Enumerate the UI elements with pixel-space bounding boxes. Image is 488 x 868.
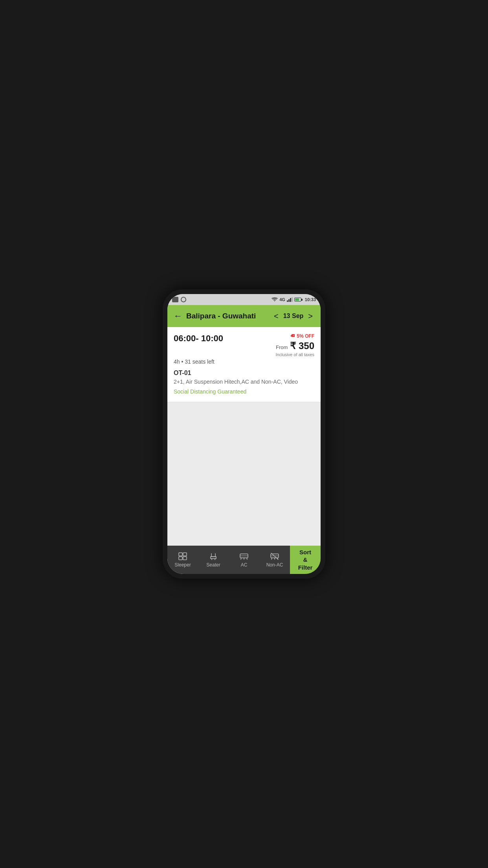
circle-icon — [181, 297, 186, 302]
toolbar-right: < 13 Sep > — [272, 310, 314, 322]
discount-tag-icon — [290, 333, 295, 339]
seater-label: Seater — [206, 562, 220, 568]
time-range: 06:00- 10:00 — [174, 333, 223, 344]
network-label: 4G — [279, 297, 285, 302]
prev-date-button[interactable]: < — [272, 310, 280, 322]
status-left-icons — [172, 297, 186, 302]
price-amount: ₹ 350 — [290, 340, 314, 351]
bus-card[interactable]: 06:00- 10:00 5% OFF From ₹ 35 — [167, 327, 321, 402]
svg-line-12 — [272, 558, 272, 559]
social-distancing-label: Social Distancing Guaranteed — [174, 388, 314, 395]
seater-tab[interactable]: Seater — [198, 546, 229, 574]
ac-icon — [238, 552, 250, 561]
sort-filter-button[interactable]: Sort&Filter — [290, 546, 321, 574]
clock-time: 10:33 — [305, 297, 316, 302]
ac-label: AC — [241, 562, 248, 568]
non-ac-label: Non-AC — [266, 562, 283, 568]
svg-line-9 — [247, 558, 247, 559]
bottom-nav: Sleeper Seater — [167, 546, 321, 574]
toolbar: ← Balipara - Guwahati < 13 Sep > — [167, 305, 321, 327]
svg-rect-2 — [183, 553, 187, 556]
ac-tab[interactable]: AC — [229, 546, 259, 574]
route-title: Balipara - Guwahati — [186, 312, 256, 320]
price-row: From ₹ 350 — [276, 340, 314, 351]
price-section: 5% OFF From ₹ 350 Inclusive of all taxes — [276, 333, 314, 357]
non-ac-icon — [269, 552, 280, 561]
date-label: 13 Sep — [283, 313, 304, 320]
sleeper-tab[interactable]: Sleeper — [167, 546, 198, 574]
seater-icon — [208, 552, 219, 561]
card-top-row: 06:00- 10:00 5% OFF From ₹ 35 — [174, 333, 314, 357]
battery-icon — [294, 298, 303, 302]
discount-text: 5% OFF — [297, 333, 314, 339]
svg-point-0 — [293, 335, 294, 336]
status-right-icons: 4G 10:33 — [272, 297, 316, 302]
bus-id: OT-01 — [174, 370, 314, 377]
wifi-icon — [272, 297, 278, 302]
toolbar-left: ← Balipara - Guwahati — [174, 311, 256, 321]
svg-rect-1 — [179, 553, 182, 556]
back-button[interactable]: ← — [174, 311, 182, 321]
status-bar: 4G 10:33 — [167, 294, 321, 305]
svg-line-7 — [241, 558, 241, 559]
discount-badge: 5% OFF — [276, 333, 314, 339]
tax-label: Inclusive of all taxes — [276, 352, 314, 357]
duration-seats: 4h • 31 seats left — [174, 359, 314, 365]
phone-frame: 4G 10:33 — [163, 289, 325, 579]
sort-filter-label: Sort&Filter — [298, 548, 313, 572]
next-date-button[interactable]: > — [306, 310, 314, 322]
non-ac-tab[interactable]: Non-AC — [259, 546, 290, 574]
bus-amenities: 2+1, Air Suspension Hitech,AC and Non-AC… — [174, 378, 314, 386]
main-content: 06:00- 10:00 5% OFF From ₹ 35 — [167, 327, 321, 546]
from-label: From — [276, 344, 288, 350]
svg-rect-4 — [183, 557, 187, 560]
phone-screen: 4G 10:33 — [167, 294, 321, 574]
svg-rect-3 — [179, 557, 182, 560]
signal-icon — [287, 297, 293, 302]
sleeper-label: Sleeper — [174, 562, 191, 568]
sleeper-icon — [177, 552, 188, 561]
image-icon — [172, 297, 178, 302]
